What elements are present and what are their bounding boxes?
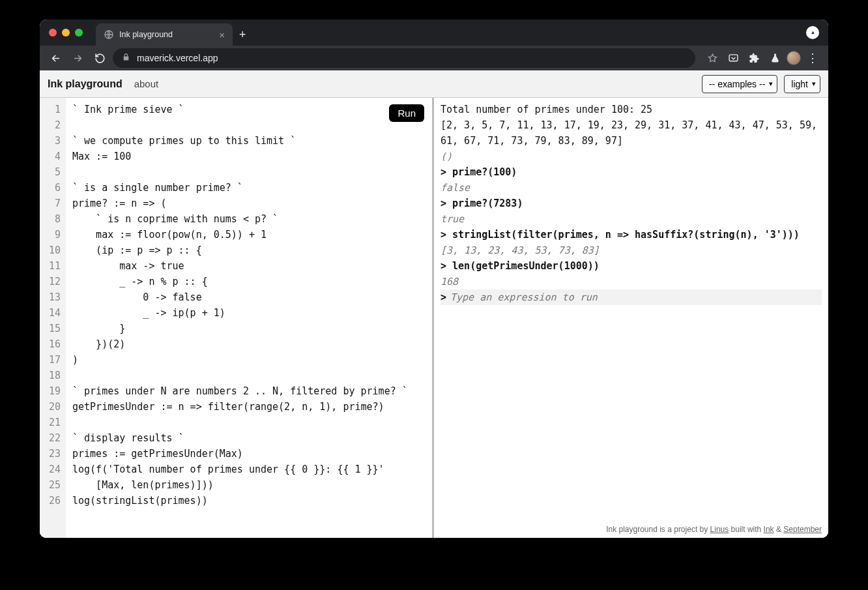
repl-result-line: false [441,180,822,196]
extensions-icon[interactable] [745,49,763,67]
code-line[interactable]: log(f('Total number of primes under {{ 0… [72,462,426,477]
line-number: 15 [40,321,61,336]
repl-result-line: [3, 13, 23, 43, 53, 73, 83] [441,243,822,258]
line-number: 17 [40,352,61,368]
line-number: 23 [40,446,61,462]
line-number: 7 [40,196,61,211]
line-number: 8 [40,211,61,227]
app-root: Ink playground about -- examples -- ▾ li… [40,70,828,538]
footer-text: Ink playground is a project by [606,525,710,534]
profile-badge-icon[interactable] [806,26,819,39]
line-number-gutter: 1234567891011121314151617181920212223242… [40,98,66,538]
line-number: 26 [40,493,61,509]
code-line[interactable]: ` is a single number prime? ` [72,180,426,196]
code-line[interactable]: [Max, len(primes)])) [72,477,426,493]
profile-avatar[interactable] [787,51,801,65]
footer-author-link[interactable]: Linus [710,525,729,534]
code-line[interactable]: Max := 100 [72,149,426,164]
chevron-down-icon: ▾ [769,80,773,88]
code-line[interactable] [72,117,426,133]
line-number: 19 [40,383,61,399]
window-zoom-button[interactable] [75,29,83,37]
repl-prompt-row: > [441,289,822,305]
app-title: Ink playground [48,78,123,90]
code-line[interactable]: _ -> ip(p + 1) [72,305,426,321]
code-line[interactable]: prime? := n => ( [72,196,426,211]
code-line[interactable] [72,164,426,180]
code-line[interactable]: ) [72,352,426,368]
browser-tab-strip: Ink playground × + [40,20,828,46]
repl-result-line: true [441,211,822,227]
chevron-down-icon: ▾ [812,80,816,88]
tab-title: Ink playground [119,30,173,39]
footer-september-link[interactable]: September [783,525,822,534]
window-close-button[interactable] [49,29,57,37]
examples-select-value: -- examples -- [709,79,765,89]
new-tab-button[interactable]: + [239,28,246,42]
code-line[interactable]: max -> true [72,258,426,274]
svg-rect-2 [729,54,738,61]
line-number: 3 [40,133,61,149]
star-icon[interactable] [703,49,721,67]
line-number: 11 [40,258,61,274]
examples-select[interactable]: -- examples -- ▾ [702,75,777,93]
code-editor[interactable]: ` Ink prime sieve ` ` we compute primes … [66,98,432,538]
about-link[interactable]: about [134,78,159,89]
theme-select[interactable]: light ▾ [784,75,820,93]
code-line[interactable]: _ -> n % p :: { [72,274,426,289]
reload-button[interactable] [91,49,109,67]
repl-input-line: > stringList(filter(primes, n => hasSuff… [441,227,822,243]
code-line[interactable]: ` is n coprime with nums < p? ` [72,211,426,227]
footer-ink-link[interactable]: Ink [764,525,774,534]
run-button[interactable]: Run [389,104,424,122]
repl-input-line: > len(getPrimesUnder(1000)) [441,258,822,274]
line-number: 24 [40,462,61,477]
line-number: 21 [40,415,61,430]
repl-output-line: [2, 3, 5, 7, 11, 13, 17, 19, 23, 29, 31,… [441,117,822,149]
code-line[interactable]: } [72,321,426,336]
line-number: 1 [40,102,61,117]
repl-input-line: > prime?(7283) [441,196,822,211]
theme-select-value: light [791,79,808,89]
code-line[interactable]: getPrimesUnder := n => filter(range(2, n… [72,399,426,415]
browser-menu-button[interactable]: ⋮ [803,49,822,67]
browser-window: Ink playground × + maverick.vercel.app [40,20,828,538]
code-line[interactable]: ` primes under N are numbers 2 .. N, fil… [72,383,426,399]
code-line[interactable]: ` we compute primes up to this limit ` [72,133,426,149]
repl-output-line: Total number of primes under 100: 25 [441,102,822,117]
repl-output: Total number of primes under 100: 25[2, … [434,98,828,522]
app-footer: Ink playground is a project by Linus bui… [434,522,828,538]
address-bar[interactable]: maverick.vercel.app [113,48,695,68]
line-number: 13 [40,289,61,305]
line-number: 9 [40,227,61,243]
code-line[interactable] [72,368,426,383]
code-line[interactable]: ` Ink prime sieve ` [72,102,426,117]
line-number: 10 [40,243,61,258]
code-line[interactable] [72,415,426,430]
line-number: 4 [40,149,61,164]
line-number: 20 [40,399,61,415]
repl-input[interactable] [450,291,822,303]
labs-icon[interactable] [766,49,784,67]
line-number: 5 [40,164,61,180]
code-line[interactable]: 0 -> false [72,289,426,305]
line-number: 2 [40,117,61,133]
code-line[interactable]: max := floor(pow(n, 0.5)) + 1 [72,227,426,243]
line-number: 14 [40,305,61,321]
forward-button[interactable] [68,49,87,67]
code-line[interactable]: (ip := p => p :: { [72,243,426,258]
code-line[interactable]: log(stringList(primes)) [72,493,426,509]
line-number: 6 [40,180,61,196]
code-line[interactable]: ` display results ` [72,430,426,446]
line-number: 16 [40,336,61,352]
window-minimize-button[interactable] [62,29,70,37]
tab-close-icon[interactable]: × [219,30,225,40]
repl-prompt-symbol: > [441,289,446,305]
url-text: maverick.vercel.app [137,53,218,63]
pocket-icon[interactable] [724,49,742,67]
code-line[interactable]: })(2) [72,336,426,352]
code-line[interactable]: primes := getPrimesUnder(Max) [72,446,426,462]
back-button[interactable] [46,49,65,67]
browser-tab[interactable]: Ink playground × [96,23,233,46]
output-pane: Total number of primes under 100: 25[2, … [434,98,828,538]
